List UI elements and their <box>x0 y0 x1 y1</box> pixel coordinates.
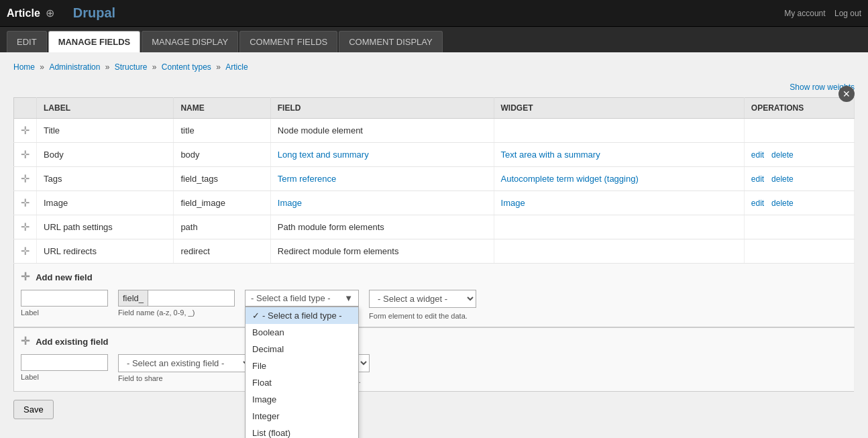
table-row: ✛ Image field_image Image Image edit del… <box>14 191 855 215</box>
breadcrumb-home[interactable]: Home <box>13 62 35 72</box>
cell-label: Body <box>37 143 174 167</box>
table-row: ✛ Body body Long text and summary Text a… <box>14 143 855 167</box>
dropdown-item-list-float[interactable]: List (float) <box>246 425 358 438</box>
delete-link[interactable]: delete <box>771 174 794 184</box>
add-new-field-inputs: Label field_ Field name (a-z, 0-9, _) <box>14 286 854 327</box>
tab-manage-fields[interactable]: MANAGE FIELDS <box>48 31 141 52</box>
field-type-dropdown-btn[interactable]: - Select a field type - ▼ <box>245 290 359 307</box>
breadcrumb-sep-2: » <box>105 62 112 72</box>
new-field-name-group: field_ Field name (a-z, 0-9, _) <box>118 290 235 317</box>
cell-name: redirect <box>174 239 270 264</box>
fields-table: LABEL NAME FIELD WIDGET OPERATIONS ✛ Tit… <box>13 97 855 392</box>
tab-comment-display[interactable]: COMMENT DISPLAY <box>339 31 442 52</box>
drag-handle[interactable]: ✛ <box>21 125 30 136</box>
field-link[interactable]: Term reference <box>278 174 336 184</box>
cell-field: Path module form elements <box>270 215 494 239</box>
log-out-link[interactable]: Log out <box>834 9 861 18</box>
tab-edit[interactable]: EDIT <box>7 31 47 52</box>
tab-manage-display[interactable]: MANAGE DISPLAY <box>142 31 238 52</box>
my-account-link[interactable]: My account <box>784 9 825 18</box>
field-name-hint: Field name (a-z, 0-9, _) <box>118 309 235 317</box>
cell-name: path <box>174 215 270 239</box>
drag-handle[interactable]: ✛ <box>21 221 30 233</box>
widget-link[interactable]: Image <box>501 198 525 208</box>
existing-field-label-input[interactable] <box>21 354 108 371</box>
existing-field-label-hint: Label <box>21 373 108 381</box>
show-row-weights-section: Show row weights <box>13 82 855 92</box>
dropdown-item-integer[interactable]: Integer <box>246 408 358 425</box>
drag-handle[interactable]: ✛ <box>21 271 30 282</box>
delete-link[interactable]: delete <box>771 199 794 208</box>
th-label: LABEL <box>37 98 174 119</box>
add-existing-field-header: ✛ Add existing field <box>14 328 854 351</box>
table-row: ✛ Title title Node module element <box>14 119 855 143</box>
drag-handle[interactable]: ✛ <box>21 197 30 209</box>
th-drag <box>14 98 37 119</box>
field-to-share-hint: Field to share <box>118 374 252 382</box>
edit-link[interactable]: edit <box>751 199 764 208</box>
breadcrumb-structure[interactable]: Structure <box>115 62 148 72</box>
dropdown-item-select-type[interactable]: - Select a field type - <box>246 307 358 324</box>
cell-widget: Autocomplete term widget (tagging) <box>494 167 744 191</box>
cell-ops: edit delete <box>744 143 854 167</box>
dropdown-item-label: - Select a field type - <box>262 311 342 321</box>
new-field-label-hint: Label <box>21 309 108 317</box>
widget-link[interactable]: Autocomplete term widget (tagging) <box>501 174 639 184</box>
cell-label: URL redirects <box>37 239 174 264</box>
cell-label: Tags <box>37 167 174 191</box>
cell-ops <box>744 215 854 239</box>
cell-name: title <box>174 119 270 143</box>
th-name: NAME <box>174 98 270 119</box>
dropdown-item-decimal[interactable]: Decimal <box>246 341 358 358</box>
dropdown-item-file[interactable]: File <box>246 358 358 374</box>
main-content: ✕ Home » Administration » Structure » Co… <box>0 52 868 438</box>
existing-field-select[interactable]: - Select an existing field - <box>118 354 252 372</box>
cell-ops <box>744 119 854 143</box>
cell-field: Term reference <box>270 167 494 191</box>
breadcrumb: Home » Administration » Structure » Cont… <box>13 62 855 72</box>
table-row: ✛ URL path settings path Path module for… <box>14 215 855 239</box>
cell-field: Node module element <box>270 119 494 143</box>
drag-handle[interactable]: ✛ <box>21 245 30 257</box>
close-button[interactable]: ✕ <box>838 86 855 102</box>
save-button[interactable]: Save <box>13 400 54 419</box>
breadcrumb-article[interactable]: Article <box>225 62 248 72</box>
cell-ops: edit delete <box>744 167 854 191</box>
drag-handle[interactable]: ✛ <box>21 173 30 184</box>
table-header-row: LABEL NAME FIELD WIDGET OPERATIONS <box>14 98 855 119</box>
breadcrumb-sep-4: » <box>216 62 223 72</box>
delete-link[interactable]: delete <box>771 150 794 160</box>
edit-link[interactable]: edit <box>751 174 764 184</box>
breadcrumb-content-types[interactable]: Content types <box>162 62 211 72</box>
widget-hint: Form element to edit the data. <box>369 312 476 320</box>
field-link[interactable]: Image <box>278 198 302 208</box>
dropdown-item-boolean[interactable]: Boolean <box>246 324 358 341</box>
drag-handle[interactable]: ✛ <box>21 335 30 347</box>
add-existing-field-label: Add existing field <box>36 337 108 347</box>
cell-widget <box>494 215 744 239</box>
table-row: ✛ URL redirects redirect Redirect module… <box>14 239 855 264</box>
field-name-input[interactable] <box>148 290 235 307</box>
breadcrumb-administration[interactable]: Administration <box>49 62 100 72</box>
widget-link[interactable]: Text area with a summary <box>501 150 600 160</box>
dropdown-item-float[interactable]: Float <box>246 374 358 391</box>
cell-field: Long text and summary <box>270 143 494 167</box>
existing-field-label-group: Label <box>21 354 108 381</box>
cell-ops: edit delete <box>744 191 854 215</box>
cell-label: URL path settings <box>37 215 174 239</box>
dropdown-item-image[interactable]: Image <box>246 391 358 408</box>
new-field-label-input[interactable] <box>21 290 108 307</box>
cell-label: Title <box>37 119 174 143</box>
cell-name: field_tags <box>174 167 270 191</box>
new-field-label-group: Label <box>21 290 108 317</box>
drag-handle[interactable]: ✛ <box>21 149 30 160</box>
top-bar: Article ⊕ Drupal My account Log out <box>0 0 868 27</box>
add-icon[interactable]: ⊕ <box>46 7 54 19</box>
th-operations: OPERATIONS <box>744 98 854 119</box>
edit-link[interactable]: edit <box>751 150 764 160</box>
tab-comment-fields[interactable]: COMMENT FIELDS <box>239 31 337 52</box>
cell-ops <box>744 239 854 264</box>
new-field-widget-select[interactable]: - Select a widget - <box>369 290 476 308</box>
drupal-logo: Drupal <box>73 5 115 21</box>
field-link[interactable]: Long text and summary <box>278 150 369 160</box>
